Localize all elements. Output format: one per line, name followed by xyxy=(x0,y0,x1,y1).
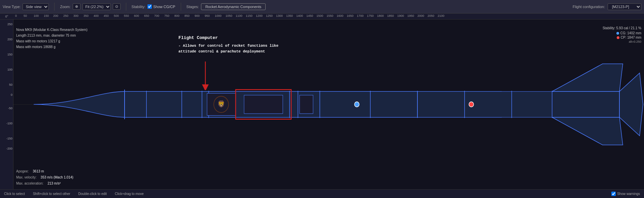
alt-label: alt=0.250 xyxy=(603,40,641,43)
ruler-600: 600 xyxy=(134,14,139,17)
acceleration-label: Max. acceleration: xyxy=(16,181,43,187)
stages-label: Stages: xyxy=(187,5,199,9)
zoom-in-button[interactable]: ⊕ xyxy=(73,3,80,10)
main-area: 0° 250 200 150 100 50 0 -50 -100 -150 -2… xyxy=(0,13,644,189)
stages-button-label: Rocket Aerodynamic Components xyxy=(205,5,261,9)
svg-rect-25 xyxy=(244,95,283,114)
rocket-canvas[interactable]: 🦁 Flight Computer - Allows for control o… xyxy=(13,19,644,189)
ruler-1800: 1800 xyxy=(377,14,384,17)
acceleration-row: Max. acceleration: 213 m/s² xyxy=(16,181,73,187)
ruler-450: 450 xyxy=(104,14,109,17)
rocket-length: Length 2113 mm, max. diameter 75 mm xyxy=(16,33,88,38)
rocket-info-text: Nova MK9 (Modular K-Class Research Syste… xyxy=(16,27,88,50)
ruler-1150: 1150 xyxy=(246,14,252,17)
cp-line: CP: 1847 mm xyxy=(603,36,641,39)
ruler-800: 800 xyxy=(174,14,179,17)
ruler-1600: 1600 xyxy=(337,14,343,17)
show-cgcp-label: Show CG/CP xyxy=(153,5,175,9)
ruler-scale: 250 200 150 100 50 0 -50 -100 -150 -200 xyxy=(0,19,13,189)
ruler-tick-50: 50 xyxy=(9,83,12,86)
flight-config-select[interactable]: [M2123-P] xyxy=(608,3,641,10)
status-click-drag: Click+drag to move xyxy=(115,192,144,196)
ruler-1900: 1900 xyxy=(397,14,404,17)
ruler-1750: 1750 xyxy=(367,14,374,17)
flight-config-group: Flight configuration: [M2123-P] xyxy=(573,3,641,10)
ruler-1200: 1200 xyxy=(256,14,263,17)
divider-3 xyxy=(181,3,181,11)
ruler-250: 250 xyxy=(63,14,68,17)
ruler-1650: 1650 xyxy=(347,14,353,17)
ruler-700: 700 xyxy=(154,14,159,17)
ruler-950: 950 xyxy=(205,14,210,17)
acceleration-value: 213 m/s² xyxy=(47,181,61,187)
ruler-1550: 1550 xyxy=(327,14,333,17)
ruler-corner: 0° xyxy=(0,13,13,19)
ruler-tick-0: 0 xyxy=(11,93,12,96)
flight-config-label: Flight configuration: xyxy=(573,5,605,9)
zoom-label: Zoom: xyxy=(60,5,70,9)
divider-2 xyxy=(126,3,126,11)
status-shift-click: Shift+click to select other xyxy=(33,192,70,196)
rocket-info-panel: Nova MK9 (Modular K-Class Research Syste… xyxy=(16,27,88,50)
ruler-1350: 1350 xyxy=(286,14,293,17)
cp-dot xyxy=(617,36,619,39)
ruler-tick-200: 200 xyxy=(7,38,12,41)
status-right: Show warnings xyxy=(611,192,640,196)
ruler-900: 900 xyxy=(195,14,200,17)
stages-group: Stages: Rocket Aerodynamic Components xyxy=(187,3,266,10)
show-cgcp-checkbox-label[interactable]: Show CG/CP xyxy=(147,4,175,9)
view-type-select[interactable]: Side view xyxy=(23,3,49,10)
apogee-value: 3613 m xyxy=(33,168,44,174)
ruler-350: 350 xyxy=(83,14,89,17)
cg-line: CG: 1402 mm xyxy=(603,31,641,35)
zoom-select[interactable]: Fit (22.2%) xyxy=(82,3,111,10)
zoom-group: Zoom: ⊕ Fit (22.2%) ⊙ xyxy=(60,3,120,10)
ruler-0: 0 xyxy=(15,14,17,17)
ruler-300: 300 xyxy=(73,14,78,17)
velocity-label: Max. velocity: xyxy=(16,174,37,181)
rocket-svg: 🦁 xyxy=(13,19,644,189)
cp-label: CP: 1847 mm xyxy=(621,36,641,39)
show-warnings-label: Show warnings xyxy=(617,192,640,196)
rocket-name: Nova MK9 (Modular K-Class Research Syste… xyxy=(16,27,88,33)
status-bar: Click to select Shift+click to select ot… xyxy=(0,189,644,198)
stages-button[interactable]: Rocket Aerodynamic Components xyxy=(201,3,266,10)
ruler-650: 650 xyxy=(144,14,149,17)
status-left: Click to select Shift+click to select ot… xyxy=(4,192,144,196)
stability-header: Stability: 5.93 cal / 21.1 % xyxy=(603,26,641,30)
zoom-in-icon: ⊕ xyxy=(75,4,78,9)
ruler-tick-100: 100 xyxy=(7,68,12,71)
svg-rect-28 xyxy=(300,95,313,114)
status-click-select: Click to select xyxy=(4,192,25,196)
ruler-tick-250: 250 xyxy=(7,23,12,26)
show-cgcp-checkbox[interactable] xyxy=(147,4,152,9)
velocity-row: Max. velocity: 353 m/s (Mach 1.014) xyxy=(16,174,73,181)
ruler-2000: 2000 xyxy=(417,14,424,17)
ruler-1700: 1700 xyxy=(357,14,364,17)
apogee-row: Apogee: 3613 m xyxy=(16,168,73,174)
ruler-tick-n50: -50 xyxy=(8,107,12,110)
show-warnings-checkbox[interactable] xyxy=(611,192,616,196)
view-type-label: View Type: xyxy=(3,5,21,9)
ruler-tick-n150: -150 xyxy=(6,137,12,140)
ruler-200: 200 xyxy=(53,14,58,17)
svg-text:🦁: 🦁 xyxy=(217,100,225,108)
ruler-1850: 1850 xyxy=(387,14,394,17)
ruler-1050: 1050 xyxy=(226,14,232,17)
toolbar: View Type: Side view Zoom: ⊕ Fit (22.2%)… xyxy=(0,0,644,13)
ruler-550: 550 xyxy=(124,14,129,17)
view-type-group: View Type: Side view xyxy=(3,3,49,10)
ruler-2100: 2100 xyxy=(438,14,444,17)
ruler-850: 850 xyxy=(184,14,190,17)
ruler-50: 50 xyxy=(24,14,27,17)
ruler-1950: 1950 xyxy=(407,14,414,17)
canvas-area: 0 50 100 150 200 250 300 350 400 450 500… xyxy=(13,13,644,189)
top-ruler: 0 50 100 150 200 250 300 350 400 450 500… xyxy=(13,13,644,19)
ruler-1400: 1400 xyxy=(296,14,303,17)
apogee-label: Apogee: xyxy=(16,168,29,174)
ruler-100: 100 xyxy=(34,14,39,17)
ruler-1250: 1250 xyxy=(266,14,273,17)
zoom-reset-button[interactable]: ⊙ xyxy=(113,3,121,10)
rocket-mass-with-motors: Mass with motors 18688 g xyxy=(16,44,88,50)
ruler-tick-n200: -200 xyxy=(6,147,12,150)
